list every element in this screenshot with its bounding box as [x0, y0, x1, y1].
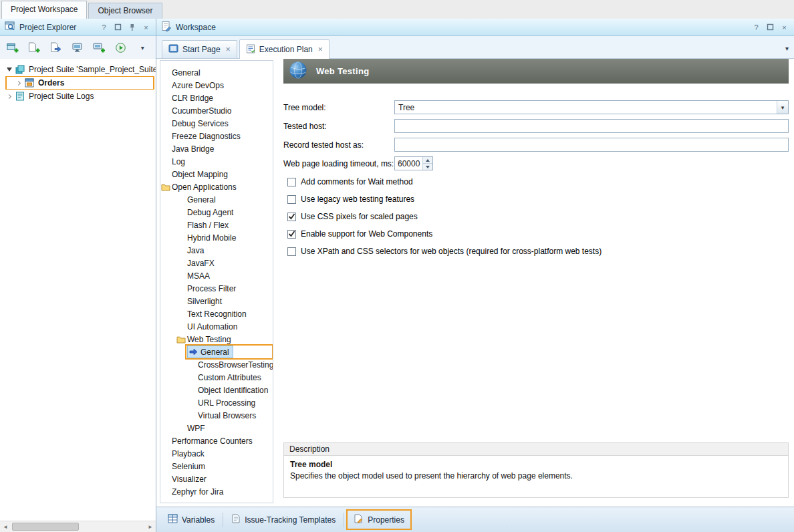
- current-page-arrow-icon: [189, 348, 198, 356]
- close-tab-icon[interactable]: ×: [318, 45, 323, 54]
- tree-item-project-suite-logs[interactable]: Project Suite Logs: [0, 90, 156, 103]
- options-nav-item-freeze-diagnostics[interactable]: Freeze Diagnostics: [160, 130, 273, 142]
- options-nav-item-msaa[interactable]: MSAA: [160, 269, 273, 282]
- issue-tracking-icon: [231, 514, 241, 525]
- options-nav-item-process-filter[interactable]: Process Filter: [160, 282, 273, 295]
- options-nav-item-open-applications[interactable]: Open Applications: [160, 180, 273, 193]
- add-project-icon[interactable]: [28, 42, 41, 53]
- close-icon[interactable]: ×: [779, 22, 789, 32]
- logs-icon: [15, 91, 27, 102]
- workspace-title: Workspace: [176, 23, 216, 32]
- options-nav-item-java[interactable]: Java: [160, 244, 273, 257]
- spin-down-icon[interactable]: [423, 163, 432, 170]
- scroll-left-icon[interactable]: ◄: [0, 522, 11, 531]
- options-nav-item-javafx[interactable]: JavaFX: [160, 257, 273, 269]
- tab-object-browser[interactable]: Object Browser: [88, 3, 162, 19]
- options-nav-item-general[interactable]: General: [160, 66, 273, 79]
- options-nav-item-zephyr-for-jira[interactable]: Zephyr for Jira: [160, 485, 273, 498]
- options-nav-item-hybrid-mobile[interactable]: Hybrid Mobile: [160, 231, 273, 244]
- options-nav-item-debug-agent[interactable]: Debug Agent: [160, 206, 273, 219]
- collapsed-twisty-icon[interactable]: [13, 82, 24, 85]
- options-nav-item-java-bridge[interactable]: Java Bridge: [160, 142, 273, 155]
- options-nav-item-ui-automation[interactable]: UI Automation: [160, 320, 273, 333]
- options-nav-item-selenium[interactable]: Selenium: [160, 460, 273, 473]
- options-nav-item-silverlight[interactable]: Silverlight: [160, 295, 273, 307]
- tab-start-page[interactable]: Start Page ×: [162, 40, 237, 58]
- tab-properties[interactable]: Properties: [346, 507, 412, 532]
- loading-timeout-label: Web page loading timeout, ms:: [283, 159, 394, 168]
- checkbox-checked[interactable]: [287, 213, 296, 221]
- options-nav-item-web-testing[interactable]: Web Testing: [160, 333, 273, 346]
- options-nav-item-debug-services[interactable]: Debug Services: [160, 117, 273, 130]
- tree-model-label: Tree model:: [283, 103, 394, 112]
- loading-timeout-stepper[interactable]: 60000: [394, 156, 433, 170]
- options-nav-item-url-processing[interactable]: URL Processing: [160, 396, 273, 409]
- float-panel-icon[interactable]: [765, 22, 775, 32]
- options-nav-item-crossbrowsertesting[interactable]: CrossBrowserTesting: [160, 358, 273, 371]
- spin-up-icon[interactable]: [423, 157, 432, 163]
- tree-model-select[interactable]: Tree ▾: [394, 100, 789, 114]
- options-nav-item-object-identification[interactable]: Object Identification: [160, 384, 273, 396]
- add-monitor-icon[interactable]: [93, 42, 106, 53]
- options-nav-item-log[interactable]: Log: [160, 155, 273, 168]
- toolbar-more-icon[interactable]: ▾: [136, 42, 149, 53]
- scroll-right-icon[interactable]: ►: [145, 522, 156, 531]
- options-nav-item-azure-devops[interactable]: Azure DevOps: [160, 79, 273, 92]
- options-nav-item-general[interactable]: General: [160, 346, 273, 358]
- expanded-twisty-icon[interactable]: [4, 68, 15, 72]
- checkbox-checked[interactable]: [287, 230, 296, 239]
- tree-item-label: Project Suite 'Sample_Project_Suite' (1 …: [29, 65, 156, 74]
- run-test-icon[interactable]: [114, 42, 127, 53]
- horizontal-scrollbar[interactable]: ◄ ►: [0, 521, 156, 532]
- workspace-switch-tabs: Project Workspace Object Browser: [0, 0, 794, 19]
- tab-variables[interactable]: Variables: [162, 507, 221, 532]
- add-project-suite-icon[interactable]: [7, 42, 19, 53]
- checkbox-label: Enable support for Web Components: [301, 229, 432, 239]
- checkbox-unchecked[interactable]: [287, 247, 296, 256]
- open-project-icon[interactable]: [50, 42, 63, 53]
- execution-plan-icon: [246, 44, 255, 55]
- options-nav-item-playback[interactable]: Playback: [160, 447, 273, 460]
- chevron-down-icon[interactable]: ▾: [777, 101, 788, 114]
- options-nav-item-virtual-browsers[interactable]: Virtual Browsers: [160, 409, 273, 422]
- options-nav-item-custom-attributes[interactable]: Custom Attributes: [160, 371, 273, 384]
- help-icon[interactable]: ?: [751, 22, 761, 32]
- options-nav-item-flash-flex[interactable]: Flash / Flex: [160, 219, 273, 231]
- monitor-icon[interactable]: [72, 42, 84, 53]
- help-icon[interactable]: ?: [99, 22, 109, 32]
- tab-execution-plan[interactable]: Execution Plan ×: [239, 39, 329, 59]
- checkbox-row-enable-support-for-web-components: Enable support for Web Components: [287, 229, 789, 239]
- scrollbar-thumb[interactable]: [12, 523, 79, 531]
- options-nav-item-text-recognition[interactable]: Text Recognition: [160, 307, 273, 320]
- tab-list-dropdown-icon[interactable]: ▾: [785, 45, 789, 52]
- nav-item-label: Text Recognition: [187, 309, 247, 319]
- options-nav-item-object-mapping[interactable]: Object Mapping: [160, 168, 273, 180]
- options-nav: GeneralAzure DevOpsCLR BridgeCucumberStu…: [160, 60, 273, 503]
- tree-item-orders[interactable]: Orders: [0, 76, 156, 90]
- checkbox-unchecked[interactable]: [287, 178, 296, 186]
- close-tab-icon[interactable]: ×: [226, 45, 231, 54]
- options-nav-item-visualizer[interactable]: Visualizer: [160, 473, 273, 485]
- close-icon[interactable]: ×: [141, 22, 151, 32]
- float-panel-icon[interactable]: [113, 22, 123, 32]
- record-tested-host-input[interactable]: [394, 138, 789, 152]
- options-nav-item-wpf[interactable]: WPF: [160, 422, 273, 434]
- checkbox-unchecked[interactable]: [287, 195, 296, 204]
- nav-item-label: Debug Agent: [187, 208, 233, 217]
- divider: [223, 513, 223, 527]
- nav-item-label: WPF: [187, 424, 205, 433]
- tested-host-input[interactable]: [394, 119, 789, 133]
- options-nav-item-general[interactable]: General: [160, 193, 273, 206]
- nav-item-label: Performance Counters: [172, 436, 253, 446]
- nav-item-label: Object Identification: [198, 386, 268, 395]
- collapsed-twisty-icon[interactable]: [4, 95, 15, 98]
- pin-icon[interactable]: [127, 22, 137, 32]
- options-nav-item-clr-bridge[interactable]: CLR Bridge: [160, 92, 273, 104]
- options-nav-item-cucumberstudio[interactable]: CucumberStudio: [160, 104, 273, 117]
- options-nav-item-performance-counters[interactable]: Performance Counters: [160, 434, 273, 447]
- nav-item-label: Selenium: [172, 462, 205, 471]
- tab-issue-tracking-templates[interactable]: Issue-Tracking Templates: [225, 507, 342, 532]
- tab-project-workspace[interactable]: Project Workspace: [1, 1, 87, 19]
- tree-item-project-suite-sample-project-suite-1-p[interactable]: Project Suite 'Sample_Project_Suite' (1 …: [0, 63, 156, 76]
- nav-item-label: Visualizer: [172, 475, 207, 484]
